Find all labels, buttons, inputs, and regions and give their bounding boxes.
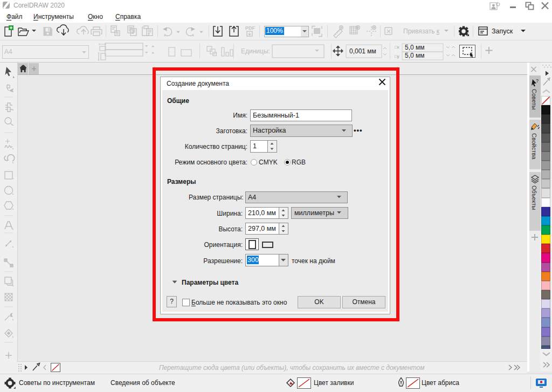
svg-text:0,001 мм: 0,001 мм (349, 47, 376, 55)
svg-text:?: ? (536, 78, 539, 84)
svg-text:Привязать к: Привязать к (403, 27, 440, 35)
svg-text:5,0 мм: 5,0 мм (405, 52, 425, 59)
svg-text:□x: □x (395, 45, 399, 50)
svg-text:5,0 мм: 5,0 мм (405, 44, 425, 51)
svg-text:Запуск: Запуск (492, 27, 513, 35)
svg-text:PDF: PDF (245, 25, 256, 31)
svg-text:□y: □y (395, 54, 399, 59)
svg-text:Единицы:: Единицы: (241, 47, 270, 55)
